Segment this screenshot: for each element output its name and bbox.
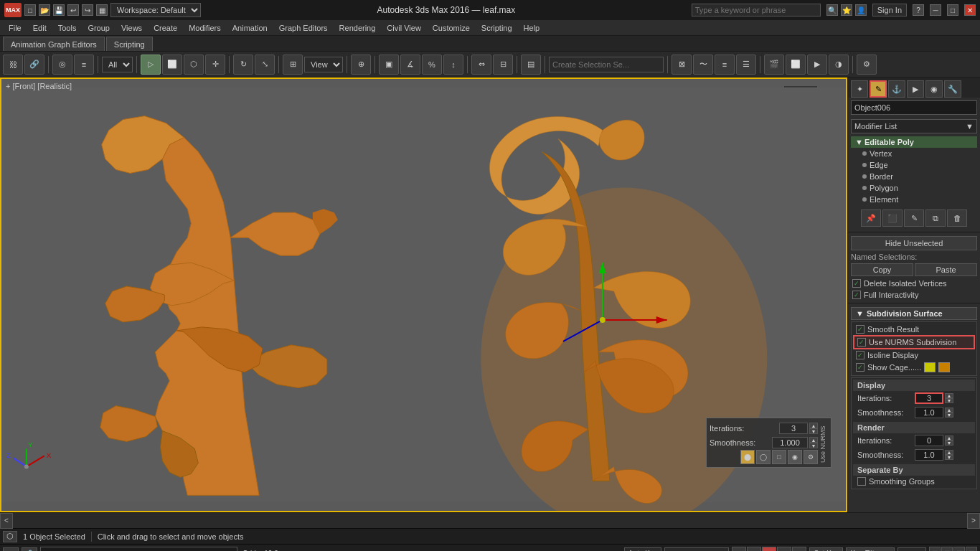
lock-btn[interactable]: 🔒 bbox=[22, 547, 37, 552]
settings-btn[interactable]: ⚙ bbox=[857, 55, 877, 75]
menu-tools[interactable]: Tools bbox=[52, 20, 83, 36]
modifier-sub-edge[interactable]: Edge bbox=[851, 159, 977, 171]
copy-btn[interactable]: Copy bbox=[851, 263, 913, 276]
open-btn[interactable]: 📂 bbox=[39, 4, 50, 16]
key-mode-select[interactable]: Selected bbox=[664, 547, 729, 552]
render-smooth-down[interactable]: ▼ bbox=[945, 455, 953, 460]
nurms-icon-box[interactable]: □ bbox=[772, 450, 786, 464]
new-btn[interactable]: □ bbox=[24, 4, 36, 16]
smooth-result-checkbox[interactable] bbox=[856, 325, 864, 334]
pi-btn-params[interactable]: ⬛ bbox=[882, 209, 903, 227]
display-smooth-down[interactable]: ▼ bbox=[945, 413, 953, 418]
workspace-select[interactable]: Workspace: Default bbox=[110, 3, 201, 17]
smoothing-groups-checkbox[interactable] bbox=[857, 477, 866, 486]
link-btn[interactable]: ⛓ bbox=[3, 55, 23, 75]
lasso-btn[interactable]: ⬡ bbox=[184, 55, 204, 75]
tab-animation-graph[interactable]: Animation Graph Editors bbox=[3, 37, 105, 51]
full-interactivity-checkbox[interactable] bbox=[852, 291, 861, 299]
ref-coord-select[interactable]: View bbox=[304, 57, 343, 72]
tab-scripting[interactable]: Scripting bbox=[106, 37, 153, 51]
nurms-smoothness-input[interactable] bbox=[772, 437, 808, 448]
selection-filter-select[interactable]: All bbox=[102, 57, 133, 72]
particle-view-btn[interactable]: ☰ bbox=[736, 55, 756, 75]
x-coord-input[interactable] bbox=[52, 547, 109, 552]
paste-btn[interactable]: Paste bbox=[915, 263, 977, 276]
spinner-snap-btn[interactable]: ↕ bbox=[443, 55, 463, 75]
render-iter-down[interactable]: ▼ bbox=[945, 441, 953, 446]
modifier-sub-border[interactable]: Border bbox=[851, 171, 977, 182]
display-smooth-up[interactable]: ▲ bbox=[945, 408, 953, 413]
panel-tab-create[interactable]: ✦ bbox=[851, 80, 868, 98]
extra-btn-1[interactable]: ⊞ bbox=[929, 547, 941, 552]
save-btn[interactable]: 💾 bbox=[53, 4, 65, 16]
nurms-icon-sphere[interactable]: ⬤ bbox=[740, 450, 755, 464]
pi-btn-edit[interactable]: ✎ bbox=[904, 209, 924, 227]
render-production-btn[interactable]: ▶ bbox=[807, 55, 827, 75]
set-key-btn[interactable]: Set Key bbox=[809, 547, 843, 552]
render-iterations-input[interactable] bbox=[915, 435, 943, 446]
extra-btn-3[interactable]: ⊠ bbox=[953, 547, 965, 552]
scale-btn[interactable]: ⤡ bbox=[255, 55, 275, 75]
pi-btn-remove[interactable]: 🗑 bbox=[947, 209, 967, 227]
menu-edit[interactable]: Edit bbox=[27, 20, 52, 36]
snap-to-grid-btn[interactable]: ⊞ bbox=[3, 547, 19, 552]
delete-isolated-checkbox[interactable] bbox=[852, 279, 861, 288]
menu-animation[interactable]: Animation bbox=[227, 20, 273, 36]
y-coord-input[interactable] bbox=[118, 547, 168, 552]
key-filters-btn[interactable]: Key Filters... bbox=[846, 547, 895, 552]
render-setup-btn[interactable]: 🎬 bbox=[764, 55, 784, 75]
extra-btn-2[interactable]: ⊟ bbox=[941, 547, 953, 552]
goto-end-btn[interactable]: ⏭ bbox=[792, 547, 806, 552]
panel-tab-hierarchy[interactable]: ⚓ bbox=[888, 80, 905, 98]
modifier-sub-element[interactable]: Element bbox=[851, 194, 977, 205]
angle-snap-btn[interactable]: ∡ bbox=[400, 55, 420, 75]
schematic-view-btn[interactable]: ⊠ bbox=[672, 55, 692, 75]
next-frame-btn[interactable]: ⏵ bbox=[777, 547, 791, 552]
render-smooth-up[interactable]: ▲ bbox=[945, 450, 953, 455]
percent-snap-btn[interactable]: % bbox=[422, 55, 442, 75]
timeline-bar[interactable] bbox=[13, 513, 967, 528]
frame-input[interactable] bbox=[897, 547, 926, 552]
menu-create[interactable]: Create bbox=[148, 20, 183, 36]
panel-tab-modify[interactable]: ✎ bbox=[870, 80, 887, 98]
snap-toggle-btn[interactable]: ▣ bbox=[379, 55, 399, 75]
maximize-btn[interactable]: □ bbox=[947, 4, 958, 16]
selection-filter-btn[interactable]: ≡ bbox=[74, 55, 94, 75]
timeline-left-btn[interactable]: < bbox=[0, 513, 13, 529]
menu-views[interactable]: Views bbox=[116, 20, 148, 36]
rotate-btn[interactable]: ↻ bbox=[233, 55, 253, 75]
menu-help[interactable]: Help bbox=[518, 20, 546, 36]
unlink-btn[interactable]: 🔗 bbox=[24, 55, 44, 75]
ref-coord-btn[interactable]: ⊞ bbox=[283, 55, 303, 75]
create-selection-set-input[interactable] bbox=[549, 57, 664, 72]
z-coord-input[interactable] bbox=[176, 547, 234, 552]
render-smoothness-input[interactable] bbox=[915, 449, 943, 461]
use-nurms-checkbox[interactable] bbox=[857, 338, 866, 347]
cage-color-swatch-2[interactable] bbox=[938, 362, 950, 372]
pi-btn-pin[interactable]: 📌 bbox=[861, 209, 881, 227]
panel-tab-motion[interactable]: ▶ bbox=[907, 80, 924, 98]
sign-in-button[interactable]: Sign In bbox=[872, 4, 907, 17]
curve-editor-btn[interactable]: 〜 bbox=[693, 55, 713, 75]
nurms-smoothness-down[interactable]: ▼ bbox=[809, 443, 818, 448]
menu-file[interactable]: File bbox=[3, 20, 27, 36]
menu-rendering[interactable]: Rendering bbox=[334, 20, 382, 36]
nurms-iterations-up[interactable]: ▲ bbox=[809, 423, 818, 428]
hide-unselected-btn[interactable]: Hide Unselected bbox=[851, 236, 977, 250]
display-iter-down[interactable]: ▼ bbox=[945, 398, 953, 403]
undo-btn[interactable]: ↩ bbox=[67, 4, 79, 16]
pivot-btn[interactable]: ⊕ bbox=[351, 55, 371, 75]
select-btn[interactable]: ▷ bbox=[141, 55, 161, 75]
nurms-icon-globe[interactable]: ◯ bbox=[756, 450, 771, 464]
redo-btn[interactable]: ↪ bbox=[82, 4, 93, 16]
render-frame-btn[interactable]: ⬜ bbox=[786, 55, 806, 75]
display-iter-up[interactable]: ▲ bbox=[945, 393, 953, 398]
nurms-iterations-down[interactable]: ▼ bbox=[809, 428, 818, 434]
user-btn[interactable]: 👤 bbox=[855, 4, 867, 16]
bookmark-btn[interactable]: ⭐ bbox=[841, 4, 852, 16]
display-smoothness-input[interactable] bbox=[915, 407, 943, 418]
isoline-checkbox[interactable] bbox=[856, 351, 864, 359]
dope-sheet-btn[interactable]: ≡ bbox=[715, 55, 735, 75]
object-name-box[interactable]: Object006 bbox=[851, 100, 977, 115]
display-iterations-input[interactable] bbox=[915, 392, 943, 404]
